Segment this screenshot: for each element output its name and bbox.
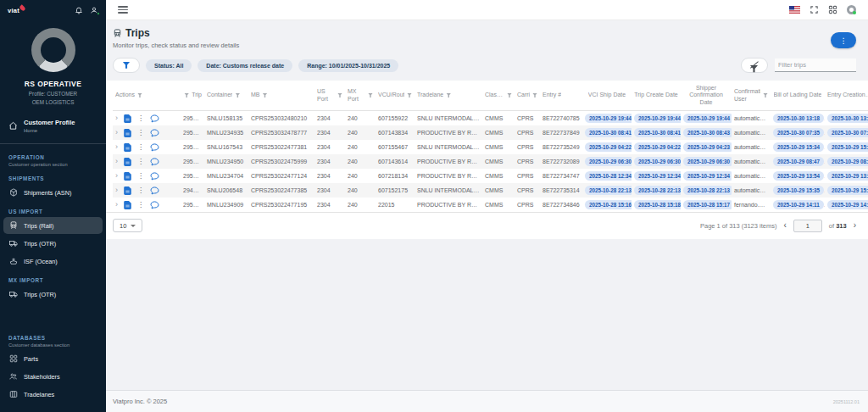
document-icon[interactable] [124,143,131,152]
sidebar-item-trips-rail[interactable]: Trips (Rail) [3,217,103,234]
row-kebab-icon[interactable]: ⋮ [137,144,144,151]
column-filter-funnel-icon[interactable] [763,93,768,98]
row-kebab-icon[interactable]: ⋮ [137,115,144,122]
col-header-us_port[interactable]: US Port [314,81,345,111]
nav-item-label: Shipments (ASN) [24,189,71,197]
chat-icon[interactable] [150,172,159,181]
cell-entry: 8E722734747 [540,169,582,183]
chat-icon[interactable] [150,114,159,123]
document-icon[interactable] [124,114,131,123]
column-filter-funnel-icon[interactable] [368,93,373,98]
filter-button[interactable] [113,58,140,73]
row-expand-chevron[interactable]: › [115,114,118,122]
sidebar-item-parts[interactable]: Parts [3,350,103,367]
row-expand-chevron[interactable]: › [115,172,118,180]
cell-trip_create: 2025-10-29 12:34 [632,169,681,183]
column-filter-funnel-icon[interactable] [532,93,537,98]
col-header-vcu[interactable]: VCU/Route [376,81,415,111]
col-header-carrier[interactable]: Carrier [515,81,540,111]
col-header-entry_creation[interactable]: Entry Creation Da... [825,81,868,111]
document-icon[interactable] [124,201,131,209]
row-kebab-icon[interactable]: ⋮ [137,202,144,209]
page-size-select[interactable]: 10 [113,219,142,232]
col-header-classification[interactable]: Classifica... [482,81,515,111]
clear-filter-button[interactable] [741,58,768,73]
page-number-input[interactable] [793,220,822,232]
people-icon [9,372,18,381]
col-header-vci_ship[interactable]: VCI Ship Date [582,81,632,111]
filter-chip[interactable]: Range: 10/01/2025-10/31/2025 [298,59,398,72]
document-icon[interactable] [124,129,131,137]
col-header-conf_user[interactable]: Confirmation User [732,81,771,111]
cell-carrier: CPRS [515,183,540,198]
col-header-mx_port[interactable]: MX Port [345,81,376,111]
row-expand-chevron[interactable]: › [115,201,118,209]
row-kebab-icon[interactable]: ⋮ [137,173,144,180]
col-header-bol[interactable]: Bill of Lading Date [771,81,825,111]
column-filter-funnel-icon[interactable] [137,93,142,98]
sidebar-item-stakeholders[interactable]: Stakeholders [3,368,103,385]
chat-icon[interactable] [150,158,159,166]
language-flag-us-icon[interactable] [789,6,800,14]
pagination-bar: 10 Page 1 of 313 (3123 items) ‹ of 313 › [106,212,868,239]
prev-page-chevron[interactable]: ‹ [783,221,786,230]
column-filter-funnel-icon[interactable] [407,93,412,98]
fullscreen-icon[interactable] [810,5,819,14]
grid-icon [9,354,18,363]
col-header-entry[interactable]: Entry # [540,81,582,111]
sidebar-item-customer-profile[interactable]: Customer Profile Home [0,112,106,136]
column-filter-funnel-icon[interactable] [337,93,342,98]
col-header-trip_create[interactable]: Trip Create Date [632,81,681,111]
row-expand-chevron[interactable]: › [115,158,118,165]
sidebar-item-isf-ocean[interactable]: ISF (Ocean) [3,253,103,270]
apps-grid-icon[interactable] [828,5,837,14]
brand-ring-icon[interactable] [847,5,856,14]
row-kebab-icon[interactable]: ⋮ [137,159,144,165]
nav-section-caption: Customer databases section [0,342,106,349]
column-filter-funnel-icon[interactable] [507,93,512,98]
column-filter-funnel-icon[interactable] [235,93,240,98]
next-page-chevron[interactable]: › [854,221,856,230]
col-header-trip[interactable]: Trip [181,81,204,111]
row-kebab-icon[interactable]: ⋮ [137,130,144,136]
date-badge: 2025-10-29 06:30 [683,157,732,166]
filter-trips-input[interactable] [775,58,856,72]
document-icon[interactable] [124,172,131,181]
column-filter-funnel-icon[interactable] [184,93,189,98]
col-header-mb[interactable]: MB [248,81,314,111]
col-header-tradelane[interactable]: Tradelane [415,81,482,111]
col-label: Actions [115,92,135,98]
cell-mb: CPRS253032478777 [248,125,314,140]
col-header-shipper_conf[interactable]: Shipper Confirmation Date [681,81,732,111]
notifications-bell-icon[interactable] [75,6,83,14]
row-kebab-icon[interactable]: ⋮ [137,187,144,194]
sidebar-item-trips-otr[interactable]: Trips (OTR) [3,286,103,303]
page-actions-kebab-button[interactable]: ⋮ [831,32,856,48]
filter-row: Status: AllDate: Customs release dateRan… [106,49,868,73]
chat-icon[interactable] [150,143,159,152]
column-filter-funnel-icon[interactable] [263,93,268,98]
support-agent-icon[interactable] [90,6,98,14]
viatpro-logo[interactable]: viat [8,7,25,14]
sidebar-item-trips-otr[interactable]: Trips (OTR) [3,235,103,252]
row-expand-chevron[interactable]: › [115,187,118,194]
row-expand-chevron[interactable]: › [115,143,118,151]
cell-bol: 2025-10-29 13:54 [771,169,825,183]
chat-icon[interactable] [150,129,159,137]
column-filter-funnel-icon[interactable] [446,93,451,98]
chat-icon[interactable] [150,201,159,209]
filter-chip[interactable]: Date: Customs release date [198,59,292,72]
chat-icon[interactable] [150,187,159,195]
cell-container: SNLU167543 [204,140,248,154]
col-header-actions[interactable]: Actions [113,81,181,111]
document-icon[interactable] [124,187,131,195]
col-header-container[interactable]: Container [204,81,248,111]
sidebar-item-shipments-asn[interactable]: Shipments (ASN) [3,184,103,201]
document-icon[interactable] [124,158,131,166]
menu-hamburger-icon[interactable] [118,6,128,14]
sidebar-item-tradelanes[interactable]: Tradelanes [3,386,103,403]
row-expand-chevron[interactable]: › [115,129,118,136]
date-badge: 2025-10-28 15:17 [683,200,732,209]
home-item-label: Customer Profile [24,119,75,126]
filter-chip[interactable]: Status: All [146,59,192,72]
